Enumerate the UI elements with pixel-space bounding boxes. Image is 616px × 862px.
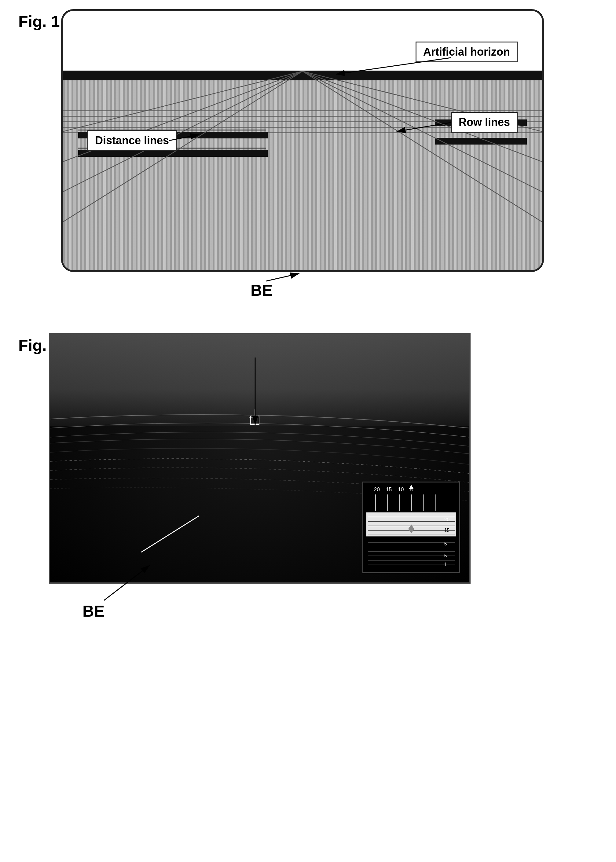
fig2-inset-display: 20 15 10 5 20 15 5 5 -1 (363, 482, 459, 572)
svg-text:15: 15 (444, 528, 450, 533)
fig2-diagram: 20 15 10 5 20 15 5 5 -1 (49, 333, 471, 584)
svg-line-50 (266, 273, 299, 281)
svg-text:20: 20 (444, 517, 450, 522)
callout-distance-lines: Distance lines (87, 130, 177, 151)
svg-text:20: 20 (374, 487, 380, 493)
fig2-instrument-panel: 20 15 10 5 20 15 5 5 -1 (362, 482, 460, 573)
fig1-be-label: BE (251, 281, 273, 300)
fig1-row-bar-2 (435, 138, 527, 144)
svg-line-17 (141, 516, 199, 552)
fig1-label: Fig. 1 (18, 12, 60, 31)
fig1-horizon-bar (63, 71, 542, 80)
svg-text:-1: -1 (443, 562, 447, 567)
fig1-distance-bar-2 (78, 150, 268, 157)
svg-text:15: 15 (386, 487, 392, 493)
callout-artificial-horizon: Artificial horizon (416, 42, 518, 62)
svg-text:5: 5 (444, 541, 447, 546)
fig2-be-label: BE (83, 602, 105, 620)
callout-row-lines: Row lines (451, 112, 518, 133)
svg-line-18 (255, 410, 302, 583)
svg-text:5: 5 (444, 553, 447, 558)
fig1-diagram: Artificial horizon Row lines Distance li… (61, 9, 544, 272)
svg-text:10: 10 (398, 487, 404, 493)
